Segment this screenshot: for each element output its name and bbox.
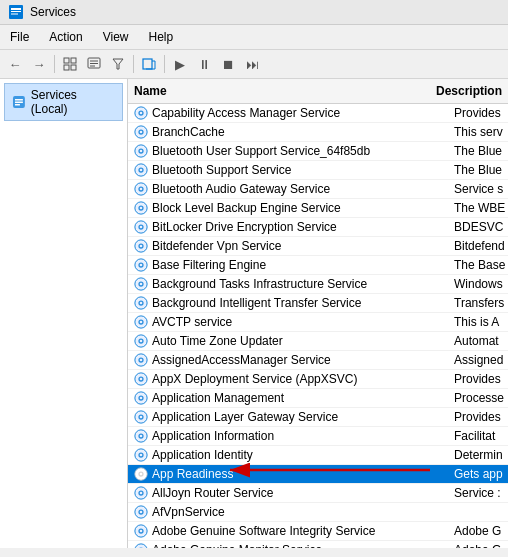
- service-icon: [134, 486, 148, 500]
- row-desc-cell: Provides: [448, 409, 508, 425]
- row-name-cell: BranchCache: [128, 124, 448, 140]
- properties-button[interactable]: [83, 53, 105, 75]
- table-row[interactable]: Bluetooth User Support Service_64f85dbTh…: [128, 142, 508, 161]
- table-row[interactable]: AllJoyn Router ServiceService :: [128, 484, 508, 503]
- service-icon: [134, 182, 148, 196]
- table-row[interactable]: BranchCacheThis serv: [128, 123, 508, 142]
- service-name-text: Application Identity: [152, 448, 253, 462]
- row-desc-cell: Processe: [448, 390, 508, 406]
- service-icon: [134, 543, 148, 548]
- row-desc-cell: This is A: [448, 314, 508, 330]
- row-name-cell: AppX Deployment Service (AppXSVC): [128, 371, 448, 387]
- svg-point-28: [135, 297, 147, 309]
- svg-point-29: [135, 316, 147, 328]
- svg-marker-12: [113, 59, 123, 69]
- svg-point-21: [135, 164, 147, 176]
- row-name-cell: Adobe Genuine Software Integrity Service: [128, 523, 448, 539]
- svg-rect-4: [64, 58, 69, 63]
- row-desc-cell: Service :: [448, 485, 508, 501]
- svg-point-24: [135, 221, 147, 233]
- restart-button[interactable]: ⏭: [241, 53, 263, 75]
- svg-point-36: [135, 449, 147, 461]
- row-name-cell: Bluetooth Support Service: [128, 162, 448, 178]
- title-bar-text: Services: [30, 5, 76, 19]
- table-row[interactable]: Adobe Genuine Monitor ServiceAdobe G: [128, 541, 508, 548]
- filter-button[interactable]: [107, 53, 129, 75]
- row-name-cell: Application Layer Gateway Service: [128, 409, 448, 425]
- table-row[interactable]: App ReadinessGets app: [128, 465, 508, 484]
- table-row[interactable]: Background Tasks Infrastructure ServiceW…: [128, 275, 508, 294]
- row-name-cell: Base Filtering Engine: [128, 257, 448, 273]
- service-name-text: BranchCache: [152, 125, 225, 139]
- row-desc-cell: The Base: [448, 257, 508, 273]
- service-icon: [134, 315, 148, 329]
- row-name-cell: Bluetooth Audio Gateway Service: [128, 181, 448, 197]
- service-icon: [134, 372, 148, 386]
- service-icon: [134, 448, 148, 462]
- svg-point-25: [135, 240, 147, 252]
- table-row[interactable]: Application InformationFacilitat: [128, 427, 508, 446]
- table-row[interactable]: Application ManagementProcesse: [128, 389, 508, 408]
- service-name-text: Application Information: [152, 429, 274, 443]
- svg-point-33: [135, 392, 147, 404]
- table-row[interactable]: AVCTP serviceThis is A: [128, 313, 508, 332]
- row-desc-cell: BDESVC: [448, 219, 508, 235]
- table-row[interactable]: Adobe Genuine Software Integrity Service…: [128, 522, 508, 541]
- table-row[interactable]: BitLocker Drive Encryption ServiceBDESVC: [128, 218, 508, 237]
- table-row[interactable]: AssignedAccessManager ServiceAssigned: [128, 351, 508, 370]
- export-button[interactable]: [138, 53, 160, 75]
- up-button[interactable]: [59, 53, 81, 75]
- services-local-item[interactable]: Services (Local): [4, 83, 123, 121]
- row-name-cell: Bluetooth User Support Service_64f85db: [128, 143, 448, 159]
- col-desc-header[interactable]: Description: [430, 82, 508, 100]
- table-row[interactable]: Application IdentityDetermin: [128, 446, 508, 465]
- svg-point-31: [135, 354, 147, 366]
- service-icon: [134, 144, 148, 158]
- menu-action[interactable]: Action: [39, 27, 92, 47]
- service-icon: [134, 239, 148, 253]
- table-row[interactable]: Bluetooth Audio Gateway ServiceService s: [128, 180, 508, 199]
- row-desc-cell: Service s: [448, 181, 508, 197]
- service-icon: [134, 258, 148, 272]
- back-button[interactable]: ←: [4, 53, 26, 75]
- service-icon: [134, 353, 148, 367]
- table-row[interactable]: AfVpnService: [128, 503, 508, 522]
- pause-button[interactable]: ⏸: [193, 53, 215, 75]
- row-name-cell: Application Information: [128, 428, 448, 444]
- table-row[interactable]: Base Filtering EngineThe Base: [128, 256, 508, 275]
- col-name-header[interactable]: Name: [128, 82, 430, 100]
- svg-point-39: [135, 506, 147, 518]
- service-name-text: AllJoyn Router Service: [152, 486, 273, 500]
- right-panel-container: Name Description Capability Access Manag…: [128, 79, 508, 548]
- row-name-cell: AfVpnService: [128, 504, 448, 520]
- table-row[interactable]: Application Layer Gateway ServiceProvide…: [128, 408, 508, 427]
- table-row[interactable]: Bluetooth Support ServiceThe Blue: [128, 161, 508, 180]
- row-desc-cell: This serv: [448, 124, 508, 140]
- services-local-label: Services (Local): [31, 88, 116, 116]
- row-desc-cell: Provides: [448, 371, 508, 387]
- service-icon: [134, 163, 148, 177]
- table-row[interactable]: Background Intelligent Transfer ServiceT…: [128, 294, 508, 313]
- stop-button[interactable]: ⏹: [217, 53, 239, 75]
- menu-file[interactable]: File: [0, 27, 39, 47]
- play-button[interactable]: ▶: [169, 53, 191, 75]
- row-name-cell: Bitdefender Vpn Service: [128, 238, 448, 254]
- row-desc-cell: Windows: [448, 276, 508, 292]
- table-row[interactable]: Capability Access Manager ServiceProvide…: [128, 104, 508, 123]
- service-name-text: Application Layer Gateway Service: [152, 410, 338, 424]
- row-name-cell: BitLocker Drive Encryption Service: [128, 219, 448, 235]
- svg-point-32: [135, 373, 147, 385]
- table-row[interactable]: Bitdefender Vpn ServiceBitdefend: [128, 237, 508, 256]
- row-name-cell: Background Tasks Infrastructure Service: [128, 276, 448, 292]
- service-name-text: App Readiness: [152, 467, 233, 481]
- menu-help[interactable]: Help: [139, 27, 184, 47]
- table-row[interactable]: Auto Time Zone UpdaterAutomat: [128, 332, 508, 351]
- table-row[interactable]: AppX Deployment Service (AppXSVC)Provide…: [128, 370, 508, 389]
- forward-button[interactable]: →: [28, 53, 50, 75]
- table-header: Name Description: [128, 79, 508, 104]
- service-name-text: Adobe Genuine Software Integrity Service: [152, 524, 375, 538]
- svg-rect-15: [15, 99, 23, 100]
- service-icon: [134, 201, 148, 215]
- table-row[interactable]: Block Level Backup Engine ServiceThe WBE: [128, 199, 508, 218]
- menu-view[interactable]: View: [93, 27, 139, 47]
